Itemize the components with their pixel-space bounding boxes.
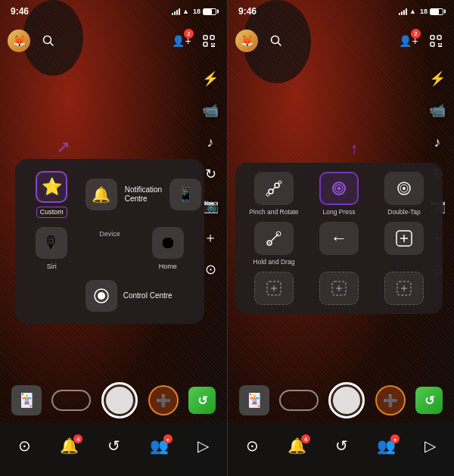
- svg-rect-17: [438, 45, 442, 47]
- right-screen: 9:46 ▲ 18 🦊: [227, 0, 454, 476]
- gesture-item-pinch[interactable]: Pinch and Rotate: [244, 172, 303, 216]
- popup-label-siri: Siri: [47, 263, 57, 271]
- search-button-left[interactable]: [38, 30, 59, 51]
- green-thumb-left[interactable]: ↺: [188, 387, 216, 414]
- popup-label-home: Home: [159, 263, 177, 271]
- shutter-inner-right: [333, 387, 360, 414]
- scan-button-right[interactable]: [425, 30, 446, 51]
- status-time-left: 9:46: [11, 6, 29, 17]
- gesture-item-holddrag[interactable]: Hold and Drag: [244, 222, 303, 266]
- shutter-button-left[interactable]: [101, 382, 138, 418]
- popup-item-home[interactable]: ⏺ Home: [143, 227, 192, 271]
- popup-item-custom[interactable]: ⭐ Custom: [27, 171, 76, 218]
- scroll-wheel-left[interactable]: [51, 390, 91, 411]
- signal-bar-1: [172, 13, 173, 15]
- popup-icon-device: 📱: [169, 179, 201, 210]
- gesture-item-add2[interactable]: [309, 272, 368, 305]
- gesture-placeholder-3: [384, 272, 424, 305]
- network-label-left: 18: [193, 8, 201, 15]
- avatar-right[interactable]: 🦊: [235, 30, 258, 52]
- gesture-item-longpress[interactable]: Long Press: [309, 172, 368, 216]
- stories-tab-left[interactable]: ▷: [197, 437, 209, 455]
- svg-point-8: [98, 292, 105, 300]
- popup-grid-left: ⭐ Custom 🔔 Notification Centre 📱 🎙 Siri …: [27, 171, 192, 312]
- special-cam-right[interactable]: ➕: [375, 385, 406, 415]
- signal-bar-r3: [403, 10, 405, 15]
- phone-container: 9:46 ▲ 18 🦊: [0, 0, 454, 476]
- arrow-icon-left: ↙: [57, 138, 70, 157]
- music-icon-right[interactable]: ♪: [427, 132, 448, 153]
- signal-bar-3: [176, 10, 178, 15]
- popup-item-notification[interactable]: 🔔 Notification Centre 📱: [86, 171, 192, 218]
- svg-rect-12: [431, 36, 434, 39]
- gesture-placeholder-2: [319, 272, 359, 305]
- svg-point-28: [403, 187, 406, 190]
- svg-rect-2: [204, 36, 207, 39]
- green-thumb-right[interactable]: ↺: [415, 387, 443, 414]
- svg-point-25: [337, 187, 341, 191]
- popup-item-control[interactable]: Control Centre: [86, 280, 192, 312]
- gallery-thumb-left[interactable]: 🃏: [11, 385, 42, 415]
- gesture-label-pinch: Pinch and Rotate: [249, 208, 298, 216]
- svg-point-22: [278, 181, 281, 184]
- popup-icon-siri: 🎙: [36, 227, 67, 259]
- friends-tab-left[interactable]: 👥 ●: [150, 437, 169, 455]
- add-friend-button-right[interactable]: 👤+ 2: [398, 30, 419, 51]
- top-bar-right-icons: 👤+ 2: [171, 30, 219, 51]
- svg-line-20: [272, 187, 275, 190]
- gesture-item-doubletap[interactable]: Double-Tap: [375, 172, 434, 216]
- status-icons-left: ▲ 18: [172, 8, 216, 15]
- gesture-item-add3[interactable]: [375, 272, 434, 305]
- special-cam-left[interactable]: ➕: [148, 385, 179, 415]
- signal-bar-4: [179, 8, 180, 15]
- scan-button-left[interactable]: [198, 30, 219, 51]
- video-icon-right[interactable]: 📹: [427, 100, 448, 121]
- search-button-right[interactable]: [266, 30, 287, 51]
- friends-badge-right: ●: [390, 434, 400, 443]
- camera-tab-left[interactable]: ↺: [107, 437, 120, 455]
- video-icon-left[interactable]: 📹: [200, 100, 221, 121]
- friend-badge-left: 2: [184, 29, 194, 39]
- network-label-right: 18: [420, 8, 428, 15]
- status-bar-right: 9:46 ▲ 18: [228, 0, 454, 23]
- gesture-icon-plus1: [384, 222, 424, 255]
- top-bar-left-icons: 🦊: [8, 30, 59, 52]
- flash-icon-right[interactable]: ⚡: [427, 68, 448, 89]
- music-icon-left[interactable]: ♪: [200, 132, 221, 153]
- friends-tab-right[interactable]: 👥 ●: [377, 437, 396, 455]
- gesture-item-add1[interactable]: [244, 272, 303, 305]
- home-tab-right[interactable]: ⊙: [246, 437, 259, 455]
- gesture-item-plus1[interactable]: [375, 222, 434, 266]
- notif-badge-right: 4: [301, 434, 310, 443]
- scroll-wheel-right[interactable]: [279, 390, 319, 411]
- avatar-left[interactable]: 🦊: [8, 30, 30, 52]
- bottom-bar-right: ⊙ 🔔 4 ↺ 👥 ● ▷: [228, 423, 454, 476]
- shutter-inner-left: [106, 387, 133, 414]
- stories-tab-right[interactable]: ▷: [424, 437, 436, 455]
- battery-icon-right: [430, 8, 443, 15]
- svg-point-21: [266, 193, 269, 196]
- popup-menu-left: ↙ ⭐ Custom 🔔 Notification Centre 📱 🎙 Sir…: [15, 159, 204, 324]
- notif-tab-left[interactable]: 🔔 4: [60, 437, 79, 455]
- bottom-bar-left: ⊙ 🔔 4 ↺ 👥 ● ▷: [0, 423, 227, 476]
- svg-rect-3: [210, 36, 214, 39]
- flash-icon-left[interactable]: ⚡: [200, 68, 221, 89]
- home-tab-left[interactable]: ⊙: [18, 437, 31, 455]
- battery-fill-left: [204, 9, 212, 14]
- shutter-button-right[interactable]: [328, 382, 365, 418]
- notif-tab-right[interactable]: 🔔 4: [288, 437, 306, 455]
- friends-badge-left: ●: [163, 434, 173, 443]
- top-bar-right: 🦊 👤+ 2: [228, 24, 454, 58]
- svg-point-30: [269, 242, 270, 244]
- gallery-thumb-right[interactable]: 🃏: [239, 385, 269, 415]
- gesture-item-back[interactable]: ←: [309, 222, 368, 266]
- popup-item-siri[interactable]: 🎙 Siri: [27, 227, 76, 271]
- signal-bars-left: [172, 8, 180, 15]
- gesture-icon-doubletap: [384, 172, 424, 205]
- signal-bar-r1: [399, 13, 400, 15]
- camera-tab-right[interactable]: ↺: [335, 437, 348, 455]
- gesture-label-holddrag: Hold and Drag: [253, 258, 295, 266]
- status-bar-left: 9:46 ▲ 18: [0, 0, 227, 23]
- add-friend-button-left[interactable]: 👤+ 2: [171, 30, 192, 51]
- popup-item-device-label: Device: [86, 227, 135, 271]
